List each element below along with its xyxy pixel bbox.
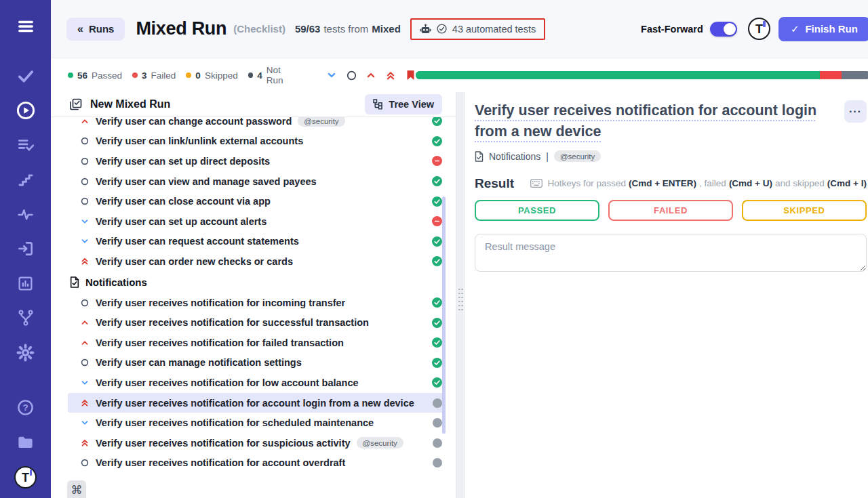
result-message-input[interactable]: [475, 234, 867, 272]
sign-in-icon[interactable]: [16, 238, 36, 259]
test-title: Verify user can change account password: [96, 117, 292, 127]
priority-normal-icon: [80, 157, 89, 165]
test-title: Verify user can set up account alerts: [96, 216, 267, 227]
test-row[interactable]: Verify user receives notification for su…: [68, 312, 443, 333]
help-icon[interactable]: ?: [16, 397, 36, 417]
tree-view-label: Tree View: [389, 99, 434, 110]
document-check-icon: [70, 276, 79, 288]
stat-passed: 56Passed: [68, 70, 122, 81]
test-row[interactable]: Verify user can change account password …: [68, 117, 443, 131]
command-hotkeys-button[interactable]: ⌘: [67, 480, 86, 498]
check-icon: ✓: [791, 23, 800, 35]
result-buttons: PASSED FAILED SKIPPED: [475, 200, 867, 221]
test-row[interactable]: Verify user can set up direct deposits: [68, 151, 443, 171]
test-row[interactable]: Verify user receives notification for lo…: [68, 373, 443, 393]
test-plans-icon[interactable]: [16, 135, 36, 155]
run-panel-title: New Mixed Run: [90, 98, 170, 110]
filter-bookmark-icon[interactable]: [405, 70, 416, 81]
test-row[interactable]: Verify user can order new checks or card…: [68, 251, 443, 272]
test-row[interactable]: Verify user receives notification for in…: [68, 293, 443, 313]
main-area: « Runs Mixed Run (Checklist) 59/63 tests…: [51, 0, 868, 498]
panel-splitter[interactable]: [456, 92, 465, 498]
test-title: Verify user can manage notification sett…: [96, 357, 302, 368]
suite-link[interactable]: Notifications: [489, 151, 540, 162]
tests-check-icon[interactable]: [16, 66, 36, 86]
test-title: Verify user can close account via app: [96, 196, 271, 207]
hotkey-skipped: (Cmd + I): [827, 178, 867, 188]
tree-view-button[interactable]: Tree View: [365, 94, 442, 115]
test-row[interactable]: Verify user can set up account alerts: [68, 211, 443, 232]
run-panel-header: New Mixed Run Tree View: [51, 92, 456, 117]
tag-badge: @security: [298, 117, 344, 127]
status-failed-icon: [432, 216, 442, 226]
activity-pulse-icon[interactable]: [16, 204, 36, 224]
status-not-run-icon: [432, 438, 442, 448]
finish-run-button[interactable]: ✓ Finish Run: [778, 17, 868, 41]
test-title: Verify user can view and manage saved pa…: [96, 176, 317, 187]
analytics-icon[interactable]: [16, 273, 36, 293]
filter-priority-low-icon[interactable]: [326, 70, 337, 81]
failed-button[interactable]: FAILED: [608, 200, 733, 221]
list-scrollbar-thumb[interactable]: [442, 196, 446, 434]
test-detail-title: Verify user receives notification for ac…: [475, 100, 844, 142]
settings-gear-icon[interactable]: [16, 342, 36, 362]
skipped-button[interactable]: SKIPPED: [742, 200, 867, 221]
test-row[interactable]: Verify user can manage notification sett…: [68, 353, 443, 373]
hotkey-passed: (Cmd + ENTER): [629, 178, 696, 188]
steps-icon[interactable]: [16, 169, 36, 190]
failed-dot: [132, 72, 138, 78]
test-title: Verify user receives notification for su…: [96, 438, 351, 449]
tree-view-icon: [373, 99, 383, 110]
automated-tests-badge[interactable]: 43 automated tests: [410, 18, 545, 40]
priority-high-icon: [80, 318, 89, 327]
test-row[interactable]: Verify user can request account statemen…: [68, 232, 443, 252]
projects-folder-icon[interactable]: [16, 432, 36, 452]
hotkeys-text: Hotkeys for passed: [547, 178, 626, 188]
test-row[interactable]: Verify user receives notification for fa…: [68, 333, 443, 353]
menu-icon[interactable]: [16, 16, 36, 37]
svg-text:?: ?: [22, 402, 28, 413]
not-run-dot: [248, 72, 254, 78]
status-not-run-icon: [432, 398, 442, 408]
status-not-run-icon: [432, 458, 442, 468]
skipped-dot: [186, 72, 191, 78]
status-failed-icon: [432, 156, 442, 166]
priority-normal-icon: [80, 358, 89, 367]
test-title: Verify user receives notification for lo…: [96, 377, 359, 388]
suite-section-row[interactable]: Notifications: [70, 272, 456, 293]
priority-high-icon: [80, 339, 89, 347]
test-row[interactable]: Verify user can link/unlink external acc…: [68, 131, 443, 152]
runs-play-icon[interactable]: [16, 100, 36, 121]
result-heading: Result: [475, 176, 514, 191]
run-type-label: (Checklist): [233, 23, 285, 35]
test-title: Verify user receives notification for in…: [96, 297, 345, 308]
passed-dot: [68, 72, 73, 78]
test-row-selected[interactable]: Verify user receives notification for ac…: [68, 393, 443, 413]
priority-high-icon: [80, 117, 89, 125]
status-passed-icon: [432, 136, 442, 146]
sidebar: ? T: [0, 0, 51, 498]
more-options-button[interactable]: ···: [844, 100, 867, 123]
test-row[interactable]: Verify user receives notification for ac…: [68, 453, 443, 474]
not-run-count: 4: [257, 70, 262, 81]
circled-check-icon: [437, 24, 447, 34]
fast-forward-toggle[interactable]: [710, 22, 737, 37]
stat-skipped: 0Skipped: [186, 70, 237, 81]
test-row[interactable]: Verify user receives notification for su…: [68, 433, 443, 453]
filter-priority-normal-icon[interactable]: [346, 70, 357, 81]
back-to-runs-button[interactable]: « Runs: [66, 18, 125, 41]
status-passed-icon: [432, 196, 442, 207]
filter-priority-critical-icon[interactable]: [385, 70, 396, 81]
tests-summary: 59/63 tests from Mixed: [295, 23, 401, 35]
passed-button[interactable]: PASSED: [475, 200, 599, 221]
test-list: Verify user can change account password …: [51, 117, 456, 498]
test-row[interactable]: Verify user can view and manage saved pa…: [68, 171, 443, 192]
priority-normal-icon: [80, 299, 89, 307]
test-title: Verify user can link/unlink external acc…: [96, 136, 303, 146]
test-row[interactable]: Verify user receives notification for sc…: [68, 413, 443, 433]
priority-low-icon: [80, 217, 89, 226]
hotkey-failed: (Cmd + U): [729, 178, 772, 188]
filter-priority-high-icon[interactable]: [366, 70, 376, 81]
branch-icon[interactable]: [16, 308, 36, 328]
test-row[interactable]: Verify user can close account via app: [68, 191, 443, 211]
